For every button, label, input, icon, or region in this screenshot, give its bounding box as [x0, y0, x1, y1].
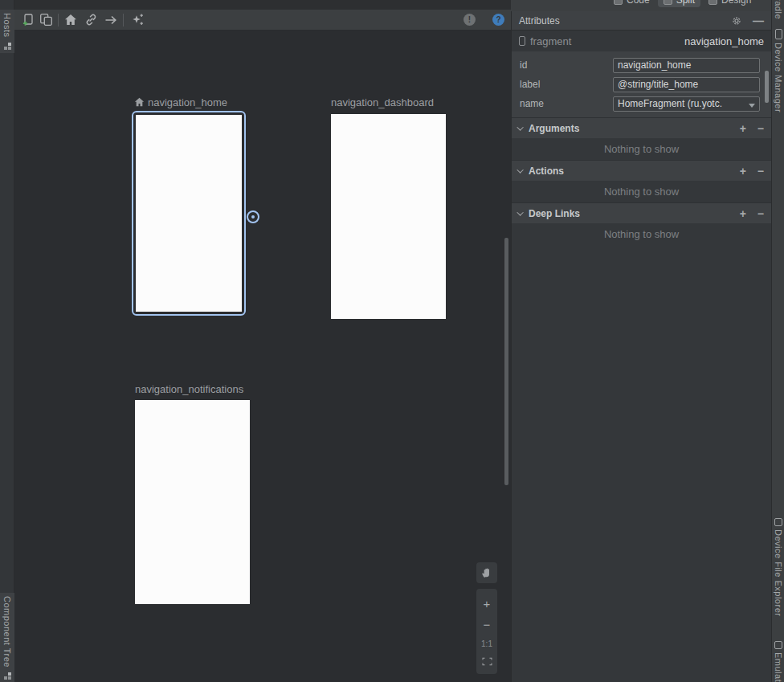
tool-window-tab-component-tree[interactable]: Component Tree — [0, 593, 14, 682]
toolbar-right-icons: ! ? — [463, 14, 511, 26]
tool-window-tab-emulator[interactable]: Emulator — [772, 641, 784, 682]
section-header-arguments[interactable]: Arguments + − — [512, 117, 771, 138]
assign-start-destination-button[interactable] — [62, 11, 80, 29]
hide-panel-icon[interactable]: — — [753, 15, 764, 27]
remove-action-button[interactable]: − — [757, 165, 764, 177]
gear-icon[interactable] — [731, 15, 742, 27]
section-header-deep-links[interactable]: Deep Links + − — [512, 202, 771, 223]
nav-editor-toolbar: ! ? — [14, 10, 511, 31]
tab-split[interactable]: Split — [658, 0, 700, 7]
attribute-row-label: label — [520, 76, 760, 93]
chevron-down-icon — [517, 124, 523, 130]
attribute-row-name: name HomeFragment (ru.yotc. — [520, 95, 760, 112]
right-tool-stripe: Gradle Device Manager Device File Explor… — [771, 0, 784, 682]
component-tree-tab-label: Component Tree — [2, 596, 12, 668]
arguments-empty-state: Nothing to show — [512, 138, 771, 160]
label-field-label: label — [520, 79, 613, 90]
id-field-label: id — [520, 59, 613, 71]
split-icon — [664, 0, 672, 5]
label-field[interactable] — [613, 77, 760, 92]
deep-links-empty-state: Nothing to show — [512, 223, 771, 245]
id-field[interactable] — [613, 58, 760, 73]
home-icon — [64, 14, 77, 26]
nested-graph-icon — [39, 13, 53, 27]
destination-card-notifications[interactable] — [135, 400, 250, 604]
navigation-editor-window: Hosts Component Tree Code Split Design — [0, 0, 784, 682]
tool-window-tab-device-manager[interactable]: Device Manager — [772, 29, 784, 112]
zoom-to-fit-icon[interactable] — [482, 657, 492, 666]
warnings-badge[interactable]: ! — [463, 14, 476, 26]
component-tree-icon — [3, 672, 11, 680]
nested-graph-button[interactable] — [37, 11, 55, 29]
toolbar-separator — [58, 14, 59, 27]
component-type: fragment — [530, 35, 571, 47]
emulator-icon — [774, 641, 782, 649]
destination-label-home: navigation_home — [134, 96, 227, 108]
action-handle[interactable] — [247, 210, 259, 223]
editor-tabs-strip: Code Split Design — [511, 0, 771, 11]
help-button[interactable]: ? — [492, 14, 504, 26]
add-action-button[interactable]: + — [740, 165, 746, 177]
tool-window-tab-hosts[interactable]: Hosts — [0, 10, 14, 53]
attribute-row-id: id — [520, 56, 760, 74]
attribute-fields: id label name HomeFragment (ru.yotc. — [512, 51, 771, 117]
hosts-tab-label: Hosts — [2, 13, 12, 38]
destination-card-dashboard[interactable] — [331, 114, 446, 319]
destination-preview-home — [136, 115, 242, 312]
new-destination-icon — [22, 13, 35, 27]
destination-label-dashboard: navigation_dashboard — [331, 96, 434, 108]
deep-link-button[interactable] — [82, 11, 100, 29]
chevron-down-icon — [517, 166, 523, 173]
destination-card-home[interactable] — [132, 111, 246, 316]
chevron-down-icon — [749, 104, 755, 108]
selected-component-row: fragment navigation_home — [512, 31, 771, 51]
add-argument-button[interactable]: + — [740, 123, 746, 134]
attributes-panel-title: Attributes — [519, 15, 560, 27]
tab-design[interactable]: Design — [708, 0, 751, 6]
arrow-right-icon — [104, 14, 117, 26]
tool-window-tab-gradle[interactable]: Gradle — [772, 0, 784, 19]
destination-label-notifications: navigation_notifications — [135, 382, 243, 395]
tab-code[interactable]: Code — [614, 0, 650, 6]
code-icon — [614, 0, 623, 5]
remove-deep-link-button[interactable]: − — [757, 208, 764, 219]
zoom-out-button[interactable]: − — [484, 619, 491, 631]
actions-empty-state: Nothing to show — [512, 181, 771, 202]
editor-mode-tabs: Code Split Design — [614, 0, 751, 9]
left-tool-stripe: Hosts Component Tree — [0, 0, 14, 682]
new-destination-button[interactable] — [19, 11, 37, 29]
tool-window-tab-device-file-explorer[interactable]: Device File Explorer — [772, 518, 784, 616]
chevron-down-icon — [517, 209, 523, 215]
start-destination-home-icon — [134, 97, 145, 107]
hosts-icon — [3, 42, 11, 50]
zoom-controls: + − 1:1 — [476, 589, 497, 674]
component-id: navigation_home — [684, 35, 764, 47]
fragment-icon — [519, 36, 525, 46]
nav-graph-canvas[interactable]: navigation_home navigation_dashboard nav… — [14, 31, 511, 682]
device-file-explorer-icon — [774, 518, 782, 526]
device-manager-icon — [775, 29, 782, 39]
zoom-in-button[interactable]: + — [484, 598, 491, 610]
name-field-label: name — [520, 98, 613, 109]
design-icon — [708, 0, 717, 5]
pan-button[interactable] — [476, 562, 497, 583]
remove-argument-button[interactable]: − — [757, 123, 764, 134]
magic-sparkle-icon — [130, 13, 145, 27]
canvas-vertical-scrollbar[interactable] — [504, 238, 508, 485]
toolbar-separator — [123, 14, 124, 27]
link-icon — [84, 13, 98, 27]
hand-pan-icon — [481, 567, 492, 578]
canvas-top-strip — [14, 0, 511, 10]
panel-scrollbar[interactable] — [765, 71, 769, 103]
attributes-panel: Attributes — fragment navigation_home id… — [511, 11, 771, 682]
auto-arrange-button[interactable] — [129, 11, 146, 29]
add-deep-link-button[interactable]: + — [740, 208, 746, 219]
section-header-actions[interactable]: Actions + − — [512, 160, 771, 181]
attributes-panel-header: Attributes — — [512, 11, 771, 31]
name-dropdown[interactable]: HomeFragment (ru.yotc. — [613, 96, 760, 112]
action-button[interactable] — [102, 11, 120, 29]
zoom-to-100-button[interactable]: 1:1 — [481, 639, 492, 648]
